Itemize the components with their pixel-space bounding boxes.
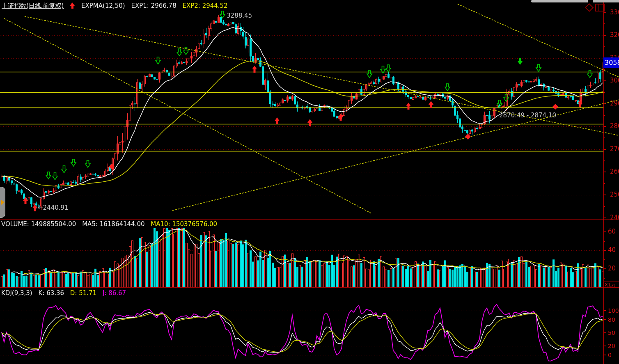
trading-app-window: 上证指数(日线.前复权) EXPMA(12,50) EXP1: 2966.78 … <box>0 0 619 364</box>
volume-ma10-value: MA10: 150376576.00 <box>151 220 217 228</box>
kdj-header: KDJ(9,3,3) K: 63.36 D: 51.71 J: 86.67 <box>1 289 130 297</box>
main-chart-header: 上证指数(日线.前复权) EXPMA(12,50) EXP1: 2966.78 … <box>2 2 232 10</box>
kdj-d-value: D: 51.71 <box>70 289 96 297</box>
last-price-box: 3058 <box>603 57 619 68</box>
kdj-axis-tick-label: 100 <box>608 307 619 314</box>
expand-right-icon <box>1 200 5 205</box>
volume-ma5-value: MA5: 161864144.00 <box>82 220 144 228</box>
volume-header: VOLUME: 149885504.00 MA5: 161864144.00 M… <box>1 220 221 228</box>
kdj-axis-tick-label: 0 <box>608 352 612 359</box>
main-axis-tick-label: 2600 <box>610 168 619 175</box>
kdj-axis-tick-label: 50 <box>608 330 615 337</box>
up-arrow-icon <box>70 2 75 9</box>
volume-axis-tick-label: 20 <box>608 265 616 272</box>
trough-price-annotation: ←2440.91 <box>38 204 69 211</box>
volume-value: VOLUME: 149885504.00 <box>1 220 76 228</box>
main-axis-tick-label: 3200 <box>610 32 619 39</box>
kdj-j-value: J: 86.67 <box>103 289 126 297</box>
toolbar-edge-strip <box>593 0 619 2</box>
main-axis-tick-label: 2400 <box>610 214 619 221</box>
chart-canvas[interactable] <box>0 0 619 364</box>
kdj-axis-tick-label: 20 <box>608 343 615 350</box>
kdj-indicator-name[interactable]: KDJ(9,3,3) <box>1 289 32 297</box>
main-axis-tick-label: 2700 <box>610 146 619 153</box>
main-axis-tick-label: 2800 <box>610 123 619 130</box>
kdj-k-value: K: 63.36 <box>38 289 64 297</box>
peak-price-annotation: 3288.45 <box>227 12 252 19</box>
sidebar-flyout-handle[interactable] <box>0 187 5 218</box>
main-axis-tick-label: 2500 <box>610 191 619 198</box>
volume-unit-label: X1万 <box>603 282 619 288</box>
volume-axis-tick-label: 40 <box>608 247 616 254</box>
split-window-icon[interactable] <box>595 4 605 11</box>
pane-divider <box>598 5 599 11</box>
main-axis-tick-label: 2900 <box>610 100 619 107</box>
exp2-value: EXP2: 2944.52 <box>182 2 227 9</box>
toolbar-edge-strip <box>531 0 588 2</box>
main-axis-tick-label: 3000 <box>610 77 619 84</box>
gap-range-annotation: 2870.49 - 2874.10 <box>499 112 556 119</box>
exp1-value: EXP1: 2966.78 <box>131 2 176 9</box>
main-axis-tick-label: 3300 <box>610 9 619 16</box>
volume-axis-tick-label: 60 <box>608 228 616 235</box>
indicator-name[interactable]: EXPMA(12,50) <box>81 2 125 9</box>
instrument-title[interactable]: 上证指数(日线.前复权) <box>2 2 64 9</box>
kdj-axis-tick-label: 80 <box>608 316 615 323</box>
